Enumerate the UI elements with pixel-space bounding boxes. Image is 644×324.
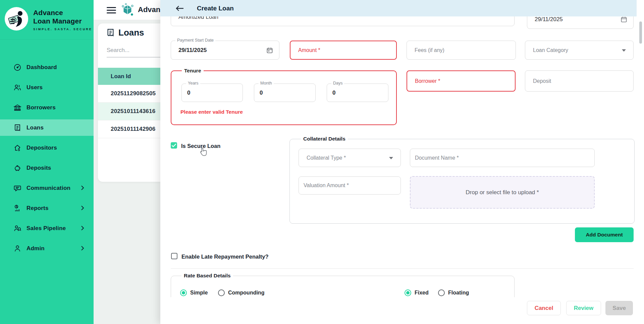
brand-line2: Loan Manager [33,17,92,25]
document-name-field[interactable]: Document Name * [410,149,595,167]
create-loan-header: Create Loan [160,0,637,16]
app-hexagon-logo-icon [120,3,135,17]
payment-start-date-field[interactable]: Payment Start Date 29/11/2025 [171,41,279,60]
radio-compounding[interactable]: Compounding [218,289,264,296]
tenure-days-value: 0 [332,90,335,96]
svg-text:$: $ [18,148,20,152]
upload-label: Drop or select file to upload * [466,189,539,196]
sidebar-item-admin[interactable]: Admin [0,240,94,257]
field-label: Month [259,81,274,86]
tenure-month-input[interactable]: Month 0 [254,84,316,102]
sidebar: $ Advance Loan Manager SIMPLE. SASTA. SE… [0,0,94,324]
fees-field[interactable]: Fees (if any) [407,41,516,60]
top-app-bar: Advan [94,0,160,20]
sidebar-item-label: Loans [26,124,44,131]
sidebar-item-label: Deposits [26,165,51,171]
panel-title: Loans [118,28,144,38]
add-document-button[interactable]: Add Document [575,227,634,242]
borrower-field[interactable]: Borrower * [407,70,516,92]
loans-panel-heading: Loans [106,28,144,38]
sidebar-item-label: Sales Pipeline [26,225,66,232]
piggy-bank-icon [13,164,21,172]
logo-mark-icon: $ [4,7,29,31]
sidebar-item-communication[interactable]: Communication [0,180,94,196]
users-icon [13,84,21,92]
house-dollar-icon: $ [13,144,21,152]
sidebar-item-users[interactable]: Users [0,79,94,96]
dropdown-arrow-icon [389,157,393,159]
tenure-legend: Tenure [182,68,204,74]
calendar-icon[interactable] [266,47,273,54]
loan-id: 20251129082505 [111,90,156,97]
sidebar-item-loans[interactable]: Loans [0,119,94,136]
sidebar-item-deposits[interactable]: Deposits [0,160,94,176]
amount-label: Amount * [298,47,320,53]
back-arrow-icon[interactable] [175,5,184,12]
sidebar-nav: Dashboard Users Borrowers Loans $ [0,59,94,260]
search-placeholder: Search... [107,47,160,54]
collateral-legend: Collateral Details [301,136,348,142]
tenure-years-value: 0 [187,90,190,96]
sidebar-item-dashboard[interactable]: Dashboard [0,59,94,75]
tenure-years-input[interactable]: Years 0 [181,84,243,102]
radio-label: Floating [448,290,469,296]
sidebar-item-label: Communication [26,185,70,192]
loan-category-select[interactable]: Loan Category [525,41,634,60]
column-header-label: Loan Id [111,73,131,80]
save-button[interactable]: Save [605,301,633,315]
late-penalty-checkbox[interactable] [171,253,177,259]
review-button[interactable]: Review [566,301,601,315]
loan-row[interactable]: 20251129082505 [98,85,160,103]
tenure-month-value: 0 [260,90,263,96]
loans-search-input[interactable]: Search... [107,47,160,57]
is-secure-loan-checkbox[interactable] [171,142,177,149]
radio-fixed[interactable]: Fixed [405,289,429,296]
loan-id: 20251011142906 [111,126,155,132]
app-name: Advan [138,5,160,14]
cancel-button[interactable]: Cancel [527,301,561,315]
collateral-type-select[interactable]: Collateral Type * [299,149,401,167]
loan-row[interactable]: 20251011143616 [98,103,160,120]
radio-label: Fixed [415,290,429,296]
radio-floating[interactable]: Floating [438,289,469,296]
dropdown-arrow-icon [622,49,626,52]
radio-circle-icon [438,289,445,296]
sidebar-item-label: Admin [26,245,45,252]
gauge-icon [13,63,21,71]
tenure-fieldset: Tenure Years 0 Month 0 Days 0 Please ent… [171,70,397,125]
loan-row[interactable]: 20251011142906 [98,120,160,138]
radio-simple[interactable]: Simple [180,289,208,296]
brand-tagline: SIMPLE. SASTA. SECURE [33,28,92,31]
borrower-label: Borrower * [415,78,440,84]
collateral-details-fieldset: Collateral Details Collateral Type * Doc… [289,139,635,224]
chevron-right-icon [80,246,85,251]
receipt-icon [13,124,21,132]
loan-id: 20251011143616 [111,108,155,115]
chevron-right-icon [80,185,85,191]
tenure-days-input[interactable]: Days 0 [327,84,388,102]
radio-label: Simple [190,290,208,296]
valuation-amount-field[interactable]: Valuation Amount * [299,176,401,195]
file-upload-dropzone[interactable]: Drop or select file to upload * [410,176,595,209]
late-penalty-label: Enable Late Repayment Penalty? [181,254,269,260]
sidebar-item-reports[interactable]: Reports [0,200,94,216]
section-divider [171,268,634,269]
scrollbar-thumb[interactable] [639,21,642,44]
sidebar-item-borrowers[interactable]: Borrowers [0,99,94,116]
checkmark-icon [171,142,177,149]
loan-category-label: Loan Category [533,47,568,53]
rate-based-legend: Rate Based Details [181,273,233,279]
calendar-icon[interactable] [621,16,627,23]
amount-field[interactable]: Amount * [290,41,397,60]
loans-list-panel: Advan Loans Search... Loan Id 2025112908… [94,0,160,324]
sidebar-item-depositors[interactable]: $ Depositors [0,140,94,156]
hamburger-menu-icon[interactable] [107,7,116,13]
search-underline [107,57,160,57]
field-label: Years [186,81,200,86]
valuation-amount-label: Valuation Amount * [304,182,349,188]
deposit-field[interactable]: Deposit [525,70,634,92]
sidebar-item-label: Borrowers [26,104,56,111]
sidebar-item-label: Depositors [26,145,57,151]
loan-id-column-header: Loan Id [98,68,160,85]
sidebar-item-sales-pipeline[interactable]: Sales Pipeline [0,220,94,236]
